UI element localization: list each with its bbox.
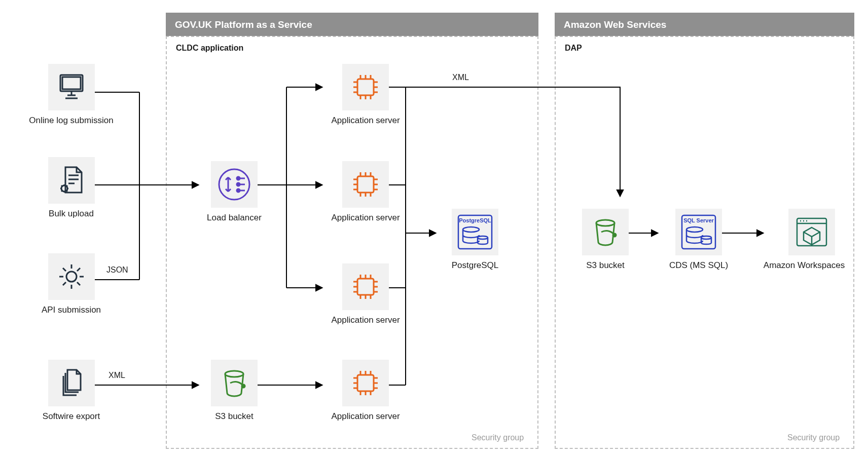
node-label: PostgreSQL xyxy=(437,260,513,271)
database-icon: PostgreSQL xyxy=(452,209,498,255)
svg-point-8 xyxy=(225,371,243,377)
svg-text:SQL Server: SQL Server xyxy=(683,217,714,223)
node-label: Amazon Workspaces xyxy=(748,260,860,271)
svg-point-17 xyxy=(478,236,488,239)
aws-subtitle: DAP xyxy=(565,44,582,53)
node-label: Application server xyxy=(322,315,409,325)
node-app-server-4: Application server xyxy=(322,360,409,422)
svg-rect-12 xyxy=(357,279,374,295)
aws-region-header: Amazon Web Services xyxy=(555,13,854,36)
node-label: CDS (MS SQL) xyxy=(658,260,739,271)
paas-security-label: Security group xyxy=(472,433,524,442)
paas-region-header: GOV.UK Platform as a Service xyxy=(166,13,538,36)
chip-icon xyxy=(342,161,389,208)
node-load-balancer: Load balancer xyxy=(199,161,270,223)
svg-point-5 xyxy=(237,177,240,180)
node-label: Online log submission xyxy=(24,116,118,126)
svg-point-3 xyxy=(66,272,77,282)
documents-icon xyxy=(48,360,95,406)
node-s3-paas: S3 bucket xyxy=(199,360,270,422)
node-label: Application server xyxy=(322,213,409,223)
svg-point-22 xyxy=(686,227,703,232)
node-label: S3 bucket xyxy=(570,260,641,271)
paas-subtitle: CLDC application xyxy=(176,44,243,53)
svg-point-19 xyxy=(613,234,616,237)
node-label: S3 bucket xyxy=(199,411,270,422)
svg-point-23 xyxy=(701,236,711,239)
bucket-icon xyxy=(211,360,258,406)
workspace-icon xyxy=(788,209,835,255)
chip-icon xyxy=(342,64,389,110)
svg-point-7 xyxy=(237,189,240,192)
node-app-server-1: Application server xyxy=(322,64,409,126)
node-bulk-upload: Bulk upload xyxy=(24,157,118,219)
svg-rect-10 xyxy=(357,79,374,95)
node-online-log: Online log submission xyxy=(24,64,118,126)
node-label: API submission xyxy=(24,305,118,315)
svg-point-6 xyxy=(237,183,240,186)
node-app-server-3: Application server xyxy=(322,263,409,325)
svg-rect-13 xyxy=(357,375,374,391)
node-app-server-2: Application server xyxy=(322,161,409,223)
chip-icon xyxy=(342,263,389,310)
chip-icon xyxy=(342,360,389,406)
bucket-icon xyxy=(582,209,629,255)
aws-security-label: Security group xyxy=(787,433,840,442)
node-workspaces: Amazon Workspaces xyxy=(764,209,860,271)
node-softwire-export: Softwire export xyxy=(24,360,118,422)
document-gear-icon xyxy=(48,157,95,204)
node-cds: SQL Server CDS (MS SQL) xyxy=(658,209,739,271)
node-s3-aws: S3 bucket xyxy=(570,209,641,271)
database-icon: SQL Server xyxy=(675,209,722,255)
load-balancer-icon xyxy=(211,161,258,208)
svg-rect-11 xyxy=(357,176,374,193)
node-postgres: PostgreSQL PostgreSQL xyxy=(437,209,513,271)
node-label: Bulk upload xyxy=(24,209,118,219)
node-label: Application server xyxy=(322,116,409,126)
svg-point-16 xyxy=(463,227,479,232)
gear-icon xyxy=(48,253,95,300)
svg-point-9 xyxy=(242,385,245,388)
svg-rect-1 xyxy=(62,77,81,89)
node-label: Load balancer xyxy=(199,213,270,223)
node-label: Softwire export xyxy=(24,411,118,422)
edge-label-xml-aws: XML xyxy=(452,73,469,82)
svg-point-18 xyxy=(596,220,614,226)
node-api-submission: API submission xyxy=(24,253,118,315)
svg-text:PostgreSQL: PostgreSQL xyxy=(459,217,491,223)
computer-icon xyxy=(48,64,95,110)
node-label: Application server xyxy=(322,411,409,422)
